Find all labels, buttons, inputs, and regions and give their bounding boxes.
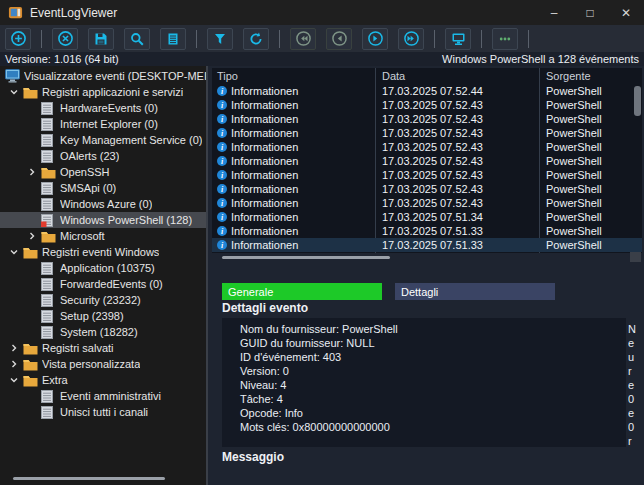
toolbar-filter-button[interactable] [207,28,233,50]
event-source-cell: PowerShell [539,239,642,251]
log-channel-icon [41,278,60,291]
detail-line: Tâche: 4 [240,392,626,406]
tree-item-windows-azure-0[interactable]: Windows Azure (0) [0,196,206,212]
tree-item-setup-2398[interactable]: Setup (2398) [0,308,206,324]
tree-item-registri-applicazioni-e-servizi[interactable]: Registri applicazioni e servizi [0,84,206,100]
information-icon: i [217,226,227,236]
event-date-cell: 17.03.2025 07.52.43 [375,141,539,153]
tree-item-label: Key Management Service (0) [60,134,202,146]
event-type-label: Informationen [231,225,298,237]
chevron-down-icon[interactable] [5,375,23,385]
tree-item-system-18282[interactable]: System (18282) [0,324,206,340]
tree-item-registri-eventi-windows[interactable]: Registri eventi Windows [0,244,206,260]
toolbar-save-button[interactable] [88,28,114,50]
tree-item-eventi-amministrativi[interactable]: Eventi amministrativi [0,388,206,404]
add-circle-icon [10,30,27,47]
tree-item-oalerts-23[interactable]: OAlerts (23) [0,148,206,164]
event-row[interactable]: iInformationen17.03.2025 07.52.43PowerSh… [212,140,642,154]
minimize-button[interactable]: – [536,0,572,25]
toolbar-search-button[interactable] [124,28,150,50]
tree-item-microsoft[interactable]: Microsoft [0,228,206,244]
toolbar-skip-last-button[interactable] [398,28,424,50]
toolbar-previous-button[interactable] [326,28,352,50]
detail-line: Opcode: Info [240,406,626,420]
toolbar-separator [41,30,42,48]
channel-tree-panel: Visualizzatore eventi (DESKTOP-MEI0FML)R… [0,66,208,485]
toolbar-refresh-button[interactable] [243,28,269,50]
toolbar-monitor-button[interactable] [445,28,471,50]
tree-item-label: Application (10375) [60,262,155,274]
tree-item-key-management-service-0[interactable]: Key Management Service (0) [0,132,206,148]
report-icon [165,31,181,47]
tree-item-smsapi-0[interactable]: SMSApi (0) [0,180,206,196]
table-horizontal-scrollbar-thumb[interactable] [222,256,390,259]
detail-line: Niveau: 4 [240,378,626,392]
tree-item-visualizzatore-eventi-desktop-mei0fml[interactable]: Visualizzatore eventi (DESKTOP-MEI0FML) [0,68,206,84]
tree-item-security-23232[interactable]: Security (23232) [0,292,206,308]
tree-item-internet-explorer-0[interactable]: Internet Explorer (0) [0,116,206,132]
tree-item-vista-personalizzata[interactable]: Vista personalizzata [0,356,206,372]
event-row[interactable]: iInformationen17.03.2025 07.51.33PowerSh… [212,238,642,252]
chevron-right-icon[interactable] [23,231,41,241]
toolbar-remove-button[interactable] [52,28,78,50]
toolbar-report-button[interactable] [160,28,186,50]
event-row[interactable]: iInformationen17.03.2025 07.52.43PowerSh… [212,126,642,140]
more-icon [497,31,513,47]
log-channel-icon [41,150,60,163]
chevron-right-icon[interactable] [5,343,23,353]
folder-icon [41,230,60,243]
event-type-cell: iInformationen [212,239,375,251]
toolbar-skip-first-button[interactable] [290,28,316,50]
close-button[interactable]: ✕ [608,0,644,25]
toolbar-separator [279,30,280,48]
information-icon: i [217,212,227,222]
event-row[interactable]: iInformationen17.03.2025 07.51.34PowerSh… [212,210,642,224]
tab-generale[interactable]: Generale [222,283,382,300]
tree-item-hardwareevents-0[interactable]: HardwareEvents (0) [0,100,206,116]
event-row[interactable]: iInformationen17.03.2025 07.51.33PowerSh… [212,224,642,238]
tree-item-unisci-tutti-i-canali[interactable]: Unisci tutti i canali [0,404,206,420]
toolbar-add-button[interactable] [5,28,31,50]
event-row[interactable]: iInformationen17.03.2025 07.52.43PowerSh… [212,182,642,196]
tab-dettagli[interactable]: Dettagli [395,283,555,300]
event-type-cell: iInformationen [212,155,375,167]
tree-item-application-10375[interactable]: Application (10375) [0,260,206,276]
event-type-label: Informationen [231,169,298,181]
tree-item-extra[interactable]: Extra [0,372,206,388]
folder-icon [23,86,42,99]
tree-horizontal-scrollbar[interactable] [13,477,165,480]
column-header-sorgente[interactable]: Sorgente [539,70,642,82]
maximize-button[interactable]: □ [572,0,608,25]
table-vertical-scrollbar-thumb[interactable] [634,86,641,116]
event-row[interactable]: iInformationen17.03.2025 07.52.43PowerSh… [212,154,642,168]
event-date-cell: 17.03.2025 07.52.43 [375,127,539,139]
tree-item-registri-salvati[interactable]: Registri salvati [0,340,206,356]
chevron-right-icon[interactable] [23,167,41,177]
column-header-tipo[interactable]: Tipo [212,70,375,82]
column-header-data[interactable]: Data [375,70,539,82]
refresh-icon [248,31,264,47]
tree-item-label: Eventi amministrativi [60,390,161,402]
chevron-down-icon[interactable] [5,87,23,97]
toolbar-more-button[interactable] [492,28,518,50]
information-icon: i [217,240,227,250]
chevron-down-icon[interactable] [5,247,23,257]
tree-item-label: Unisci tutti i canali [60,406,148,418]
folder-icon [23,246,42,259]
event-type-cell: iInformationen [212,211,375,223]
event-details-box[interactable]: Nom du fournisseur: PowerShellGUID du fo… [222,318,626,447]
clipped-text-fragment: e [628,406,644,420]
log-channel-icon [41,198,60,211]
event-details-heading: Dettagli evento [222,301,308,315]
tree-item-forwardedevents-0[interactable]: ForwardedEvents (0) [0,276,206,292]
event-row[interactable]: iInformationen17.03.2025 07.52.43PowerSh… [212,168,642,182]
event-row[interactable]: iInformationen17.03.2025 07.52.43PowerSh… [212,112,642,126]
tree-item-openssh[interactable]: OpenSSH [0,164,206,180]
event-row[interactable]: iInformationen17.03.2025 07.52.43PowerSh… [212,98,642,112]
toolbar-next-button[interactable] [362,28,388,50]
event-row[interactable]: iInformationen17.03.2025 07.52.44PowerSh… [212,84,642,98]
event-row[interactable]: iInformationen17.03.2025 07.52.43PowerSh… [212,196,642,210]
chevron-right-icon[interactable] [5,359,23,369]
next-icon [367,30,384,47]
tree-item-windows-powershell-128[interactable]: Windows PowerShell (128) [0,212,206,228]
